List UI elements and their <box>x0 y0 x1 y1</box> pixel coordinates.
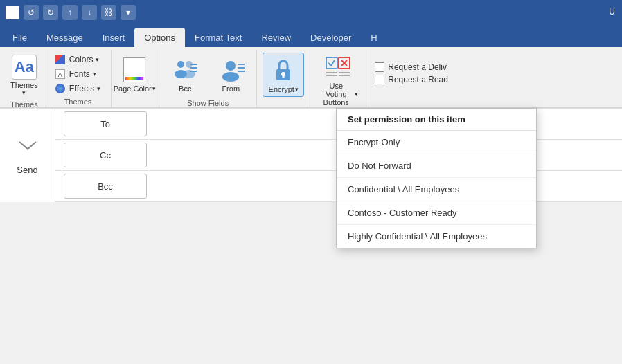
ribbon-tabs: File Message Insert Options Format Text … <box>0 25 622 47</box>
send-button[interactable]: Send <box>0 109 55 202</box>
do-not-forward-item[interactable]: Do Not Forward <box>337 154 536 178</box>
request-read-checkbox[interactable]: Request a Read <box>375 75 448 84</box>
to-button[interactable]: To <box>64 111 147 136</box>
tracking-checkboxes: Request a Deliv Request a Read <box>372 62 448 84</box>
contoso-customer-ready-item[interactable]: Contoso - Customer Ready <box>337 201 536 225</box>
tab-format-text[interactable]: Format Text <box>185 28 251 47</box>
tab-review[interactable]: Review <box>251 28 301 47</box>
from-button[interactable]: From <box>211 53 251 97</box>
ribbon-group-colors: Colors ▾ A Fonts ▾ Effects ▾ Themes <box>46 50 112 107</box>
svg-rect-18 <box>326 57 337 69</box>
bcc-button[interactable]: Bcc <box>165 53 205 97</box>
undo-button[interactable]: ↺ <box>24 5 39 20</box>
ribbon-content: Aa Themes ▾ Themes Colors ▾ A Fonts ▾ <box>0 47 622 108</box>
effects-circle-icon <box>55 84 65 93</box>
chain-button[interactable]: ⛓ <box>101 5 116 20</box>
send-icon <box>17 136 39 161</box>
bcc-field-button[interactable]: Bcc <box>64 174 147 199</box>
redo-button[interactable]: ↻ <box>43 5 58 20</box>
ribbon-group-voting: Use Voting Buttons ▾ x <box>310 50 366 107</box>
svg-point-10 <box>226 61 236 71</box>
svg-rect-1 <box>10 9 14 12</box>
tab-message[interactable]: Message <box>37 28 93 47</box>
colors-button[interactable]: Colors ▾ <box>51 53 105 66</box>
svg-rect-2 <box>10 13 15 16</box>
svg-point-11 <box>222 72 239 82</box>
themes-aa-icon: Aa <box>12 55 37 80</box>
fonts-a-icon: A <box>55 69 65 79</box>
dropdown-header: Set permission on this item <box>337 109 536 131</box>
page-color-icon <box>123 57 145 82</box>
ribbon-group-themes: Aa Themes ▾ Themes <box>4 50 46 107</box>
page-color-button[interactable]: Page Color ▾ <box>116 53 153 97</box>
down-button[interactable]: ↓ <box>82 5 97 20</box>
encrypt-icon <box>271 57 296 83</box>
delivery-checkbox-box[interactable] <box>375 62 384 72</box>
cc-button[interactable]: Cc <box>64 143 147 167</box>
tab-options[interactable]: Options <box>134 28 185 47</box>
encrypt-button[interactable]: Encrypt ▾ <box>263 53 304 97</box>
voting-icon <box>325 56 351 80</box>
encrypt-only-item[interactable]: Encrypt-Only <box>337 131 536 154</box>
save-icon[interactable] <box>6 6 19 19</box>
ribbon-group-show-fields: Bcc From Show Fields <box>159 50 257 107</box>
read-checkbox-box[interactable] <box>375 75 384 84</box>
up-button[interactable]: ↑ <box>62 5 78 20</box>
svg-point-3 <box>177 61 184 68</box>
colors-swatch-icon <box>55 55 65 64</box>
encrypt-dropdown-menu: Set permission on this item Encrypt-Only… <box>336 108 537 248</box>
tab-developer[interactable]: Developer <box>301 28 361 47</box>
ribbon-group-page-color: Page Color ▾ Themes <box>112 50 159 107</box>
highly-confidential-all-employees-item[interactable]: Highly Confidential \ All Employees <box>337 225 536 248</box>
fonts-button[interactable]: A Fonts ▾ <box>51 67 105 81</box>
voting-buttons-button[interactable]: Use Voting Buttons ▾ <box>316 53 360 110</box>
colors-fonts-effects: Colors ▾ A Fonts ▾ Effects ▾ <box>51 53 105 95</box>
themes-button[interactable]: Aa Themes ▾ <box>7 53 42 98</box>
pin-button[interactable]: ▾ <box>121 5 136 20</box>
bcc-icon <box>171 57 199 82</box>
svg-rect-17 <box>283 74 285 78</box>
from-icon <box>217 57 245 82</box>
title-bar: ↺ ↻ ↑ ↓ ⛓ ▾ U <box>0 0 622 25</box>
tab-file[interactable]: File <box>3 28 37 47</box>
ribbon-group-checkboxes: Request a Deliv Request a Read x <box>366 50 454 107</box>
tab-insert[interactable]: Insert <box>93 28 135 47</box>
tab-h[interactable]: H <box>361 28 386 47</box>
colors-group-label: Themes <box>64 95 92 109</box>
confidential-all-employees-item[interactable]: Confidential \ All Employees <box>337 178 536 201</box>
effects-button[interactable]: Effects ▾ <box>51 82 105 95</box>
request-delivery-checkbox[interactable]: Request a Deliv <box>375 62 448 72</box>
ribbon-group-encrypt: Encrypt ▾ x <box>257 50 310 107</box>
title-bar-text: U <box>609 7 615 17</box>
